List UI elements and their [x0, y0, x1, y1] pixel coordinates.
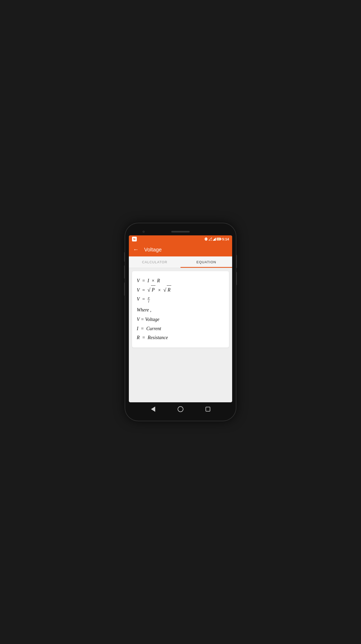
volume-up-button[interactable] [124, 252, 125, 262]
equation-line-3: V = P I [137, 295, 224, 303]
equation-line-1: V = I × R [137, 276, 224, 285]
status-left: N [132, 237, 137, 241]
nav-recents-button[interactable] [204, 405, 212, 413]
phone-top-bar [129, 228, 232, 235]
def-r-text: R = Resistance [137, 333, 168, 342]
tab-calculator[interactable]: CALCULATOR [129, 256, 180, 268]
content-area: V = I × R V = √P × √R [129, 268, 232, 402]
app-bar: ← Voltage [129, 243, 232, 256]
def-v-text: V = Voltage [137, 315, 159, 324]
back-triangle-icon [151, 407, 155, 412]
nav-back-button[interactable] [149, 405, 157, 413]
volume-down-button[interactable] [124, 265, 125, 279]
phone-speaker [171, 231, 190, 232]
status-right: ⚡ 5:14 [204, 237, 229, 241]
equation-def-r: R = Resistance [137, 333, 224, 342]
equation-def-v: V = Voltage [137, 315, 224, 324]
recents-square-icon [206, 407, 210, 412]
svg-rect-2 [205, 237, 207, 241]
def-i-text: I = Current [137, 324, 161, 333]
status-bar: N [129, 235, 232, 243]
nav-home-button[interactable] [177, 405, 184, 413]
svg-marker-4 [213, 237, 216, 241]
phone-screen: N [129, 235, 232, 402]
camera-button[interactable] [124, 283, 125, 296]
signal-empty-icon [209, 237, 212, 241]
sqrt-p: √P [148, 285, 155, 294]
svg-rect-1 [207, 238, 208, 240]
eq-where-text: Where , [137, 306, 151, 314]
vibrate-icon [204, 237, 208, 241]
status-icons: ⚡ [204, 237, 221, 241]
equation-definitions: V = Voltage I = Current R = Resistance [137, 315, 224, 342]
front-camera [143, 231, 145, 233]
svg-marker-3 [209, 237, 212, 241]
svg-rect-0 [204, 238, 205, 240]
power-button[interactable] [236, 255, 237, 268]
equation-card: V = I × R V = √P × √R [132, 271, 229, 348]
fraction-p-over-i: P I [148, 296, 150, 303]
signal-full-icon [213, 237, 216, 241]
phone-frame: N [125, 223, 236, 421]
equation-line-2: V = √P × √R [137, 285, 224, 294]
status-time: 5:14 [222, 237, 229, 241]
equation-def-i: I = Current [137, 324, 224, 333]
page-title: Voltage [144, 247, 162, 253]
tab-equation[interactable]: EQUATION [180, 256, 232, 268]
eq-text-2: V = √P × √R [137, 285, 171, 294]
eq-text-3: V = P I [137, 295, 150, 303]
nav-bar [129, 402, 232, 416]
home-circle-icon [178, 406, 183, 412]
battery-icon: ⚡ [217, 238, 221, 240]
equation-where: Where , [137, 306, 224, 314]
back-button[interactable]: ← [133, 246, 139, 253]
notification-icon: N [132, 237, 137, 241]
sqrt-r: √R [163, 285, 171, 294]
eq-text-1: V = I × R [137, 276, 160, 285]
equation-content: V = I × R V = √P × √R [137, 276, 224, 342]
tabs-bar: CALCULATOR EQUATION [129, 256, 232, 268]
power-button-2[interactable] [236, 272, 237, 285]
